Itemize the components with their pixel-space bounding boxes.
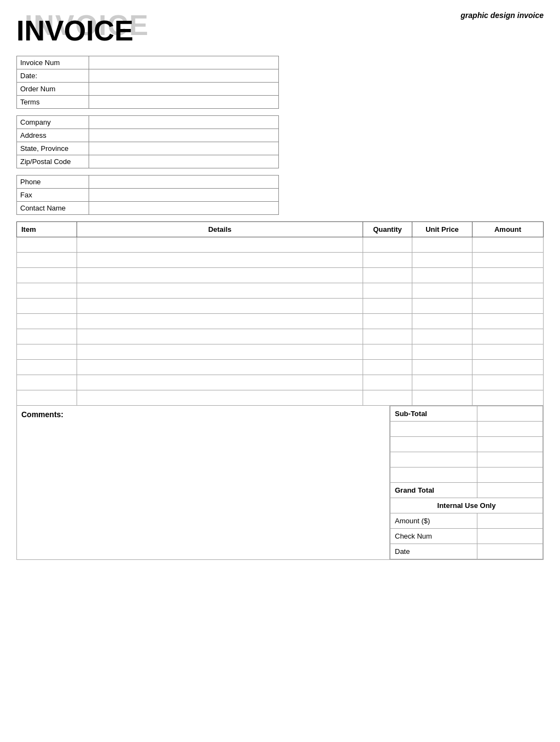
qty-cell-10[interactable] (363, 390, 412, 406)
amount-cell-5[interactable] (472, 314, 544, 329)
address-row: Address (17, 129, 279, 142)
unit-price-cell-3[interactable] (412, 283, 472, 299)
extra-value-1[interactable] (477, 422, 543, 437)
details-cell-6[interactable] (77, 329, 363, 344)
table-row (17, 360, 544, 375)
invoice-info-section: Invoice Num Date: Order Num Terms (16, 56, 544, 109)
details-cell-8[interactable] (77, 360, 363, 375)
amount-dollar-value[interactable] (477, 513, 543, 529)
details-cell-2[interactable] (77, 268, 363, 283)
invoice-info-table: Invoice Num Date: Order Num Terms (16, 56, 279, 109)
amount-cell-7[interactable] (472, 344, 544, 360)
amount-dollar-label: Amount ($) (390, 513, 477, 529)
company-info-section: Company Address State, Province Zip/Post… (16, 115, 544, 168)
order-num-label: Order Num (17, 83, 89, 96)
extra-label-4 (390, 468, 477, 483)
check-num-value[interactable] (477, 529, 543, 544)
extra-label-1 (390, 422, 477, 437)
fax-value[interactable] (89, 189, 279, 202)
extra-value-2[interactable] (477, 437, 543, 452)
item-cell-7[interactable] (17, 344, 77, 360)
qty-cell-1[interactable] (363, 253, 412, 268)
item-cell-0[interactable] (17, 237, 77, 253)
company-row: Company (17, 116, 279, 129)
details-cell-3[interactable] (77, 283, 363, 299)
item-cell-5[interactable] (17, 314, 77, 329)
qty-cell-5[interactable] (363, 314, 412, 329)
details-cell-0[interactable] (77, 237, 363, 253)
grand-total-value[interactable] (477, 483, 543, 498)
amount-cell-0[interactable] (472, 237, 544, 253)
amount-cell-9[interactable] (472, 375, 544, 390)
amount-cell-4[interactable] (472, 299, 544, 314)
unit-price-cell-10[interactable] (412, 390, 472, 406)
qty-cell-9[interactable] (363, 375, 412, 390)
phone-value[interactable] (89, 176, 279, 189)
date-value[interactable] (89, 69, 279, 83)
terms-value[interactable] (89, 96, 279, 109)
details-cell-5[interactable] (77, 314, 363, 329)
unit-price-cell-9[interactable] (412, 375, 472, 390)
extra-row-3 (390, 452, 543, 468)
unit-price-cell-5[interactable] (412, 314, 472, 329)
qty-cell-7[interactable] (363, 344, 412, 360)
amount-cell-8[interactable] (472, 360, 544, 375)
unit-price-cell-2[interactable] (412, 268, 472, 283)
contact-name-value[interactable] (89, 202, 279, 215)
zip-value[interactable] (89, 155, 279, 168)
comments-label: Comments: (21, 410, 63, 419)
comments-area[interactable]: Comments: (17, 406, 390, 559)
header: graphic design invoice INVOICE INVOICE (16, 11, 544, 45)
amount-cell-3[interactable] (472, 283, 544, 299)
state-value[interactable] (89, 142, 279, 155)
subtotal-value[interactable] (477, 406, 543, 422)
item-cell-2[interactable] (17, 268, 77, 283)
amount-cell-10[interactable] (472, 390, 544, 406)
details-cell-1[interactable] (77, 253, 363, 268)
header-amount: Amount (472, 222, 544, 237)
extra-row-4 (390, 468, 543, 483)
item-cell-9[interactable] (17, 375, 77, 390)
qty-cell-6[interactable] (363, 329, 412, 344)
table-row (17, 314, 544, 329)
internal-date-value[interactable] (477, 544, 543, 559)
details-cell-9[interactable] (77, 375, 363, 390)
unit-price-cell-4[interactable] (412, 299, 472, 314)
item-cell-8[interactable] (17, 360, 77, 375)
invoice-num-value[interactable] (89, 56, 279, 69)
internal-use-label: Internal Use Only (390, 498, 543, 513)
item-cell-10[interactable] (17, 390, 77, 406)
unit-price-cell-8[interactable] (412, 360, 472, 375)
page-title: INVOICE (16, 11, 544, 45)
table-row (17, 283, 544, 299)
amount-cell-1[interactable] (472, 253, 544, 268)
item-cell-4[interactable] (17, 299, 77, 314)
bottom-section: Comments: Sub-Total (16, 406, 544, 560)
qty-cell-4[interactable] (363, 299, 412, 314)
item-cell-1[interactable] (17, 253, 77, 268)
details-cell-10[interactable] (77, 390, 363, 406)
unit-price-cell-7[interactable] (412, 344, 472, 360)
item-cell-3[interactable] (17, 283, 77, 299)
zip-label: Zip/Postal Code (17, 155, 89, 168)
qty-cell-2[interactable] (363, 268, 412, 283)
amount-cell-6[interactable] (472, 329, 544, 344)
address-value[interactable] (89, 129, 279, 142)
unit-price-cell-1[interactable] (412, 253, 472, 268)
qty-cell-3[interactable] (363, 283, 412, 299)
order-num-row: Order Num (17, 83, 279, 96)
details-cell-7[interactable] (77, 344, 363, 360)
unit-price-cell-6[interactable] (412, 329, 472, 344)
item-cell-6[interactable] (17, 329, 77, 344)
qty-cell-0[interactable] (363, 237, 412, 253)
qty-cell-8[interactable] (363, 360, 412, 375)
extra-value-4[interactable] (477, 468, 543, 483)
table-row (17, 375, 544, 390)
extra-value-3[interactable] (477, 452, 543, 468)
amount-cell-2[interactable] (472, 268, 544, 283)
order-num-value[interactable] (89, 83, 279, 96)
details-cell-4[interactable] (77, 299, 363, 314)
terms-row: Terms (17, 96, 279, 109)
unit-price-cell-0[interactable] (412, 237, 472, 253)
company-value[interactable] (89, 116, 279, 129)
